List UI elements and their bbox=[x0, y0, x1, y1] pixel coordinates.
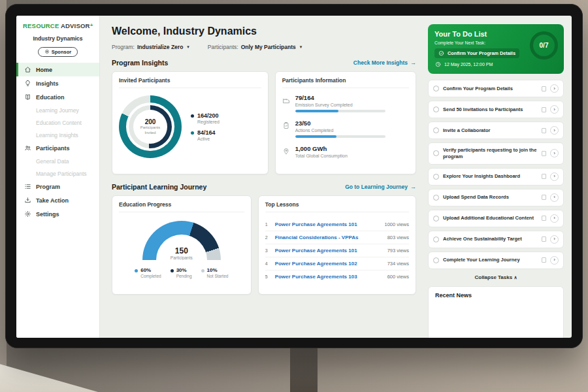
monitor-stand bbox=[290, 344, 318, 392]
go-to-learning-journey-link[interactable]: Go to Learning Journey → bbox=[345, 184, 416, 190]
app-logo: RESOURCE ADVISOR+ bbox=[16, 22, 99, 29]
todo-panel: Your To Do List Complete Your Next Task:… bbox=[424, 16, 572, 338]
location-pin-icon bbox=[282, 146, 290, 154]
recent-news-card: Recent News bbox=[428, 286, 564, 338]
bulb-icon bbox=[24, 80, 31, 87]
sidebar-item-label: Settings bbox=[36, 211, 59, 218]
sidebar-item-home[interactable]: Home bbox=[16, 63, 99, 76]
sidebar-item-education[interactable]: Education bbox=[16, 90, 99, 104]
filter-bar: Program: Industrialize Zero ▾ Participan… bbox=[112, 44, 416, 50]
task-row[interactable]: Upload Additional Educational Content › bbox=[428, 210, 564, 227]
sidebar-item-participants[interactable]: Participants bbox=[16, 141, 99, 155]
sidebar-nav: Home Insights Education Learning Journey… bbox=[16, 63, 99, 221]
program-select[interactable]: Program: Industrialize Zero ▾ bbox=[112, 44, 189, 50]
gear-icon bbox=[24, 210, 31, 218]
download-icon bbox=[24, 197, 31, 204]
task-checkbox[interactable] bbox=[433, 237, 439, 242]
sidebar-item-settings[interactable]: Settings bbox=[16, 207, 99, 221]
chevron-up-icon: ∧ bbox=[514, 275, 517, 280]
task-checkbox[interactable] bbox=[433, 150, 439, 156]
chevron-right-icon[interactable]: › bbox=[550, 235, 559, 244]
emission-progress-bar bbox=[295, 110, 385, 112]
lesson-link[interactable]: Financial Considerations - VPPAs bbox=[275, 235, 384, 240]
task-checkbox[interactable] bbox=[433, 86, 439, 91]
donut-center-label: Participants Invited bbox=[137, 125, 164, 135]
sidebar-item-take-action[interactable]: Take Action bbox=[16, 193, 99, 207]
task-checkbox[interactable] bbox=[433, 216, 439, 221]
lesson-row: 2 Financial Considerations - VPPAs 803 v… bbox=[265, 231, 409, 244]
chevron-right-icon[interactable]: › bbox=[550, 126, 559, 135]
sidebar-item-general-data[interactable]: General Data bbox=[16, 155, 99, 167]
card-title: Participants Information bbox=[282, 77, 409, 88]
lesson-link[interactable]: Power Purchase Agreements 102 bbox=[275, 261, 384, 267]
monitor-bezel: RESOURCE ADVISOR+ Industry Dynamics Spon… bbox=[5, 4, 583, 348]
education-gauge-chart: 150 Participants 60%Completed 30%Pending bbox=[119, 218, 244, 278]
card-title: Education Progress bbox=[119, 201, 244, 212]
task-checkbox[interactable] bbox=[433, 257, 439, 263]
task-checkbox[interactable] bbox=[433, 127, 439, 133]
legend-not-started: 10%Not Started bbox=[201, 267, 229, 278]
sidebar-item-learning-journey[interactable]: Learning Journey bbox=[16, 104, 99, 116]
sidebar-item-education-content[interactable]: Education Content bbox=[16, 116, 99, 129]
sidebar-item-label: Insights bbox=[36, 80, 59, 87]
chevron-right-icon[interactable]: › bbox=[550, 172, 559, 181]
chevron-right-icon[interactable]: › bbox=[550, 84, 559, 93]
task-row[interactable]: Invite a Collaborator › bbox=[428, 122, 564, 139]
collapse-tasks-link[interactable]: Collapse Tasks ∧ bbox=[428, 274, 564, 280]
check-more-insights-link[interactable]: Check More Insights → bbox=[353, 59, 416, 66]
logo-plus: + bbox=[90, 22, 93, 28]
chevron-right-icon[interactable]: › bbox=[550, 256, 559, 265]
legend-dot bbox=[191, 114, 194, 118]
factory-icon bbox=[282, 95, 290, 103]
task-row[interactable]: Confirm Your Program Details › bbox=[428, 80, 564, 97]
task-checkbox[interactable] bbox=[433, 195, 439, 201]
sidebar-item-insights[interactable]: Insights bbox=[16, 76, 99, 90]
legend-registered: 164/200 Registered bbox=[191, 112, 220, 124]
logo-text-resource: RESOURCE bbox=[23, 22, 59, 29]
task-row[interactable]: Achieve One Sustainability Target › bbox=[428, 231, 564, 248]
task-link-icon bbox=[542, 174, 546, 179]
todo-hero-card: Your To Do List Complete Your Next Task:… bbox=[428, 24, 564, 74]
sidebar-item-label: Participants bbox=[36, 145, 70, 152]
task-row[interactable]: Explore Your Insights Dashboard › bbox=[428, 168, 564, 186]
card-title: Top Lessons bbox=[265, 201, 409, 212]
task-link-icon bbox=[542, 257, 546, 263]
sidebar-item-label: Home bbox=[36, 67, 52, 73]
lesson-link[interactable]: Power Purchase Agreements 103 bbox=[275, 274, 384, 280]
task-row[interactable]: Upload Spend Data Records › bbox=[428, 189, 564, 206]
sidebar-item-manage-participants[interactable]: Manage Participants bbox=[16, 167, 99, 180]
invited-participants-card: Invited Participants 200 Participants In… bbox=[112, 71, 269, 174]
next-task[interactable]: Confirm Your Program Details bbox=[434, 48, 519, 58]
next-task-time: 12 May 2025, 12:00 PM bbox=[434, 61, 557, 67]
clipboard-check-icon bbox=[282, 120, 290, 128]
task-row[interactable]: Complete Your Learning Journey › bbox=[428, 252, 564, 269]
lesson-link[interactable]: Power Purchase Agreements 101 bbox=[275, 248, 384, 253]
participants-select[interactable]: Participants: Only My Participants ▾ bbox=[208, 44, 302, 50]
lesson-link[interactable]: Power Purchase Agreements 101 bbox=[275, 221, 381, 227]
task-link-icon bbox=[542, 195, 546, 200]
legend-dot bbox=[201, 269, 204, 272]
todo-progress-ring: 0/7 bbox=[530, 31, 558, 59]
sponsor-badge[interactable]: Sponsor bbox=[38, 47, 78, 57]
dashboard-screen: RESOURCE ADVISOR+ Industry Dynamics Spon… bbox=[16, 16, 572, 338]
task-row[interactable]: Verify participants requesting to join t… bbox=[428, 142, 564, 165]
sidebar-item-learning-insights[interactable]: Learning Insights bbox=[16, 129, 99, 141]
donut-legend: 164/200 Registered 84/164 Active bbox=[191, 107, 220, 146]
legend-pending: 30%Pending bbox=[171, 267, 192, 278]
chevron-right-icon[interactable]: › bbox=[550, 149, 559, 157]
section-program-insights: Program Insights bbox=[112, 59, 168, 67]
emission-survey-row: 79/164 Emission Survey Completed bbox=[282, 94, 409, 112]
legend-dot bbox=[135, 269, 138, 272]
sidebar-item-program[interactable]: Program bbox=[16, 180, 99, 193]
chevron-right-icon[interactable]: › bbox=[550, 214, 559, 223]
gauge-center-label: Participants bbox=[142, 255, 221, 260]
chevron-right-icon[interactable]: › bbox=[550, 193, 559, 202]
list-icon bbox=[24, 183, 31, 190]
task-link-icon bbox=[542, 107, 546, 112]
gauge-center-value: 150 bbox=[142, 246, 221, 255]
task-checkbox[interactable] bbox=[433, 106, 439, 112]
task-row[interactable]: Send 50 Invitations to Participants › bbox=[428, 101, 564, 118]
consumption-row: 1,000 GWh Total Global Consumption bbox=[282, 145, 409, 161]
task-checkbox[interactable] bbox=[433, 174, 439, 180]
chevron-right-icon[interactable]: › bbox=[550, 105, 559, 114]
